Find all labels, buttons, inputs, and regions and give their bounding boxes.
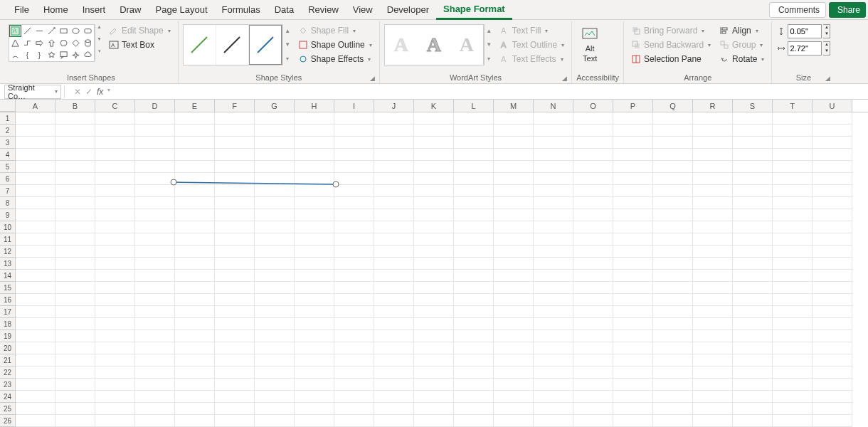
col-header[interactable]: L — [454, 100, 494, 112]
cell[interactable] — [95, 415, 135, 427]
shape-elbow-icon[interactable] — [21, 37, 33, 49]
cell[interactable] — [613, 306, 653, 318]
cell[interactable] — [613, 330, 653, 342]
cell[interactable] — [494, 149, 534, 161]
cell[interactable] — [693, 112, 733, 125]
row-header[interactable]: 14 — [0, 270, 16, 282]
cell[interactable] — [494, 197, 534, 209]
shape-triangle-icon[interactable] — [9, 37, 21, 49]
cell[interactable] — [454, 306, 494, 318]
cell[interactable] — [573, 197, 613, 209]
cell[interactable] — [693, 294, 733, 306]
cell[interactable] — [573, 391, 613, 403]
cell[interactable] — [374, 294, 414, 306]
row-header[interactable]: 16 — [0, 294, 16, 306]
cell[interactable] — [454, 185, 494, 197]
cell[interactable] — [95, 342, 135, 354]
cell[interactable] — [55, 137, 95, 149]
cell[interactable] — [175, 125, 215, 137]
edit-shape-button[interactable]: Edit Shape ▾ — [106, 24, 174, 37]
cell[interactable] — [733, 354, 773, 367]
cell[interactable] — [414, 185, 454, 197]
cell[interactable] — [573, 379, 613, 391]
cell[interactable] — [16, 161, 55, 173]
cell[interactable] — [613, 294, 653, 306]
row-header[interactable]: 23 — [0, 379, 16, 391]
cell[interactable] — [334, 294, 374, 306]
cell[interactable] — [295, 233, 334, 246]
row-header[interactable]: 26 — [0, 415, 16, 427]
cell[interactable] — [733, 342, 773, 354]
cell[interactable] — [334, 221, 374, 233]
cell[interactable] — [454, 161, 494, 173]
cell[interactable] — [653, 246, 693, 258]
cell[interactable] — [55, 246, 95, 258]
cell[interactable] — [175, 185, 215, 197]
cell[interactable] — [95, 318, 135, 330]
cell[interactable] — [215, 233, 255, 246]
cell[interactable] — [733, 233, 773, 246]
row-header[interactable]: 1 — [0, 112, 16, 125]
cell[interactable] — [16, 270, 55, 282]
cell[interactable] — [414, 173, 454, 185]
cell[interactable] — [454, 403, 494, 415]
cell[interactable] — [494, 342, 534, 354]
cell[interactable] — [733, 330, 773, 342]
cell[interactable] — [334, 282, 374, 294]
cell[interactable] — [773, 270, 813, 282]
cell[interactable] — [693, 125, 733, 137]
cell[interactable] — [613, 185, 653, 197]
cell[interactable] — [334, 149, 374, 161]
cell[interactable] — [414, 112, 454, 125]
cell[interactable] — [135, 270, 175, 282]
cell[interactable] — [255, 137, 295, 149]
cell[interactable] — [813, 149, 852, 161]
cell[interactable] — [494, 233, 534, 246]
cell[interactable] — [16, 112, 55, 125]
cell[interactable] — [773, 258, 813, 270]
cell[interactable] — [374, 233, 414, 246]
cell[interactable] — [494, 354, 534, 367]
cell[interactable] — [494, 379, 534, 391]
cell[interactable] — [95, 391, 135, 403]
cell[interactable] — [95, 185, 135, 197]
cell[interactable] — [813, 173, 852, 185]
cell[interactable] — [175, 270, 215, 282]
cell[interactable] — [215, 209, 255, 221]
cell[interactable] — [374, 137, 414, 149]
cell[interactable] — [295, 391, 334, 403]
cell[interactable] — [255, 270, 295, 282]
cell[interactable] — [494, 137, 534, 149]
tab-developer[interactable]: Developer — [380, 1, 436, 19]
cell[interactable] — [653, 233, 693, 246]
cell[interactable] — [55, 221, 95, 233]
cell[interactable] — [175, 112, 215, 125]
cell[interactable] — [295, 125, 334, 137]
cell[interactable] — [334, 318, 374, 330]
cell[interactable] — [16, 137, 55, 149]
cell[interactable] — [653, 306, 693, 318]
cell[interactable] — [135, 282, 175, 294]
col-header[interactable]: I — [334, 100, 374, 112]
cell[interactable] — [215, 318, 255, 330]
cell[interactable] — [454, 233, 494, 246]
cell[interactable] — [414, 367, 454, 379]
cell[interactable] — [573, 330, 613, 342]
cell[interactable] — [454, 137, 494, 149]
row-header[interactable]: 5 — [0, 161, 16, 173]
cell[interactable] — [295, 246, 334, 258]
cell[interactable] — [95, 149, 135, 161]
text-box-button[interactable]: A Text Box — [106, 38, 174, 51]
cell[interactable] — [693, 282, 733, 294]
cell[interactable] — [773, 173, 813, 185]
cell[interactable] — [135, 258, 175, 270]
cell[interactable] — [175, 379, 215, 391]
cell[interactable] — [215, 415, 255, 427]
row-header[interactable]: 17 — [0, 306, 16, 318]
share-button[interactable]: Share — [829, 2, 866, 18]
cell[interactable] — [334, 415, 374, 427]
cell[interactable] — [573, 137, 613, 149]
cell[interactable] — [653, 137, 693, 149]
tab-draw[interactable]: Draw — [112, 1, 148, 19]
cell[interactable] — [215, 270, 255, 282]
